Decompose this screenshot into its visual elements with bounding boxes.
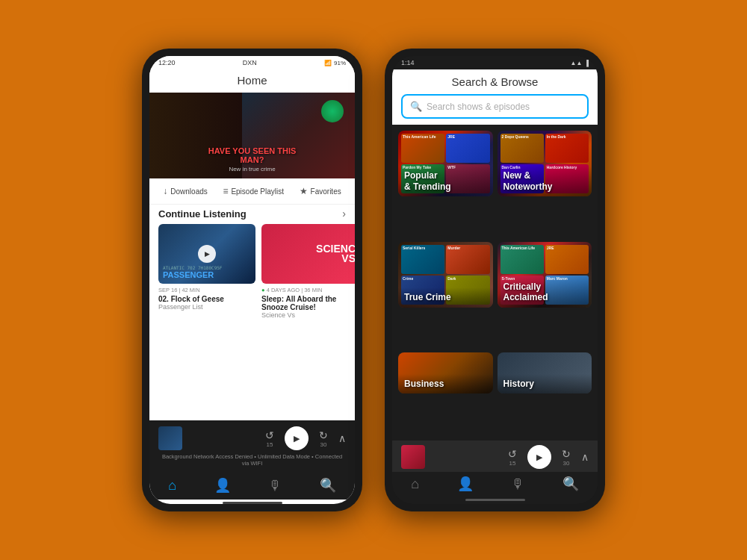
hero-banner[interactable]: HAVE YOU SEEN THIS MAN? New in true crim…	[149, 93, 355, 178]
home-title: Home	[237, 74, 267, 87]
podcast-thumb-passenger: ATLANTIC 702 7H180C95F PASSENGER ▶	[158, 224, 255, 284]
play-pause-button-home[interactable]: ▶	[285, 426, 309, 450]
mini-cover-6: In the Dark	[545, 134, 589, 163]
category-history[interactable]: History	[498, 352, 592, 393]
favorites-icon: ★	[300, 186, 308, 196]
business-label: Business	[404, 379, 487, 389]
continue-chevron-icon[interactable]: ›	[342, 208, 346, 220]
downloads-label: Downloads	[170, 187, 207, 196]
status-bar-search: 1:14 ▲▲ ▐	[392, 56, 598, 69]
category-true-crime[interactable]: Serial Killers Murder Crime Dark True Cr…	[398, 242, 493, 308]
mini-cover-5: 2 Dope Queens	[500, 134, 544, 163]
new-overlay: New &Noteworthy	[498, 166, 592, 196]
status-icons-home: 📶 91%	[324, 60, 346, 66]
nav-profile-icon[interactable]: 👤	[214, 477, 231, 494]
nav-profile-icon-search[interactable]: 👤	[457, 476, 474, 492]
episode-playlist-button[interactable]: ≡ Episode Playlist	[223, 186, 284, 196]
category-new-noteworthy[interactable]: 2 Dope Queens In the Dark Dan Carlin Har…	[498, 131, 592, 196]
skip-forward-icon-search: ↻	[562, 448, 571, 460]
nav-podcast-icon[interactable]: 🎙	[268, 478, 282, 494]
mini-cover-2: JRE	[446, 134, 489, 163]
acclaimed-overlay: CriticallyAcclaimed	[498, 277, 592, 308]
skip-back-button-home[interactable]: ↺ 15	[265, 429, 274, 448]
podcast-meta-science-text: 4 DAYS AGO | 36 MIN	[267, 287, 323, 293]
phone-home-screen: 12:20 DXN 📶 91% Home HAVE YOU SEEN THIS …	[149, 56, 355, 504]
search-header: Search & Browse 🔍 Search shows & episode…	[392, 69, 598, 125]
battery-home: 91%	[334, 60, 346, 66]
acclaimed-label: CriticallyAcclaimed	[503, 281, 586, 303]
section-header-continue: Continue Listening ›	[149, 205, 355, 224]
category-critically-acclaimed[interactable]: This American Life JRE S-Town Marc Maron…	[498, 242, 592, 308]
bottom-player-search: ↺ 15 ▶ ↻ 30 ∧	[392, 441, 598, 472]
playlist-label: Episode Playlist	[231, 187, 284, 196]
crime-overlay: True Crime	[398, 287, 493, 307]
podcast-card-passenger[interactable]: ATLANTIC 702 7H180C95F PASSENGER ▶ SEP 1…	[158, 224, 255, 319]
status-bar-home: 12:20 DXN 📶 91%	[149, 56, 355, 69]
search-bar[interactable]: 🔍 Search shows & episodes	[401, 94, 589, 119]
home-indicator	[223, 502, 282, 504]
podcast-show-science: Science Vs	[261, 311, 355, 319]
nav-search-active-icon[interactable]: 🔍	[562, 476, 579, 492]
podcast-title-science: Sleep: All Aboard the Snooze Cruise!	[261, 295, 355, 311]
category-business[interactable]: Business	[398, 352, 493, 393]
mini-cover-1: This American Life	[401, 134, 444, 163]
nav-search-icon-home[interactable]: 🔍	[320, 477, 336, 494]
playlist-icon: ≡	[223, 186, 228, 196]
hero-dots	[321, 100, 344, 122]
play-pause-button-search[interactable]: ▶	[527, 445, 551, 469]
player-row-search: ↺ 15 ▶ ↻ 30 ∧	[401, 445, 589, 469]
continue-listening-scroll: ATLANTIC 702 7H180C95F PASSENGER ▶ SEP 1…	[149, 224, 355, 325]
skip-forward-icon: ↻	[319, 429, 328, 441]
mini-cover-13: This American Life	[500, 245, 544, 274]
phone-search-screen: 1:14 ▲▲ ▐ Search & Browse 🔍 Search shows…	[392, 56, 598, 504]
hero-text: HAVE YOU SEEN THIS MAN? New in true crim…	[201, 146, 304, 172]
podcast-meta-science: ● 4 DAYS AGO | 36 MIN	[261, 287, 355, 293]
phone-home: 12:20 DXN 📶 91% Home HAVE YOU SEEN THIS …	[142, 49, 362, 511]
skip-forward-button-home[interactable]: ↻ 30	[319, 429, 328, 448]
player-controls-search: ↺ 15 ▶ ↻ 30 ∧	[508, 445, 589, 469]
business-overlay: Business	[398, 374, 493, 393]
green-dot-icon: ●	[261, 287, 267, 293]
hero-main-text: HAVE YOU SEEN THIS MAN?	[201, 146, 304, 164]
nav-home-icon-search[interactable]: ⌂	[411, 476, 419, 492]
thumb-label-science: SCIENCVS	[313, 241, 355, 266]
podcast-meta-passenger: SEP 16 | 42 MIN	[158, 287, 255, 293]
skip-forward-button-search[interactable]: ↻ 30	[562, 448, 571, 467]
search-placeholder-text: Search shows & episodes	[427, 102, 530, 112]
category-popular-trending[interactable]: This American Life JRE Pardon My Take WT…	[398, 131, 493, 196]
player-thumbnail-home	[158, 426, 182, 450]
bottom-player-home: ↺ 15 ▶ ↻ 30 ∧ Background Network Access …	[149, 420, 355, 473]
play-button-passenger[interactable]: ▶	[198, 245, 216, 263]
history-overlay: History	[498, 374, 592, 393]
podcast-card-science[interactable]: SCIENCVS ● 4 DAYS AGO | 36 MIN Sleep: Al…	[261, 224, 355, 319]
skip-back-label-home: 15	[267, 441, 273, 448]
skip-back-label-search: 15	[509, 460, 516, 467]
downloads-button[interactable]: ↓ Downloads	[163, 186, 207, 196]
time-search: 1:14	[401, 59, 415, 66]
nav-home-icon[interactable]: ⌂	[168, 478, 176, 494]
downloads-icon: ↓	[163, 186, 167, 196]
favorites-button[interactable]: ★ Favorites	[300, 186, 341, 196]
podcast-title-passenger: 02. Flock of Geese	[158, 295, 255, 303]
popular-overlay: Popular& Trending	[398, 166, 493, 196]
favorites-label: Favorites	[311, 187, 341, 196]
carrier-home: DXN	[243, 59, 257, 66]
skip-back-button-search[interactable]: ↺ 15	[508, 448, 517, 467]
categories-grid: This American Life JRE Pardon My Take WT…	[392, 125, 598, 441]
mini-cover-14: JRE	[545, 245, 589, 274]
phones-container: 12:20 DXN 📶 91% Home HAVE YOU SEEN THIS …	[142, 49, 605, 511]
mini-cover-9: Serial Killers	[401, 245, 444, 274]
hero-sub-text: New in true crime	[201, 166, 304, 172]
crime-label: True Crime	[404, 292, 487, 302]
signal-icon: ▲▲	[570, 60, 582, 66]
podcast-thumb-science: SCIENCVS	[261, 224, 355, 284]
podcast-show-passenger: Passenger List	[158, 303, 255, 311]
skip-forward-label-home: 30	[320, 441, 327, 448]
chevron-up-icon-home[interactable]: ∧	[338, 432, 346, 444]
time-home: 12:20	[158, 59, 176, 66]
nav-podcast-icon-search[interactable]: 🎙	[511, 476, 524, 492]
continue-listening-title: Continue Listening	[158, 208, 247, 220]
home-indicator-search	[465, 499, 525, 501]
new-label: New &Noteworthy	[503, 170, 586, 192]
chevron-up-icon-search[interactable]: ∧	[581, 451, 589, 463]
